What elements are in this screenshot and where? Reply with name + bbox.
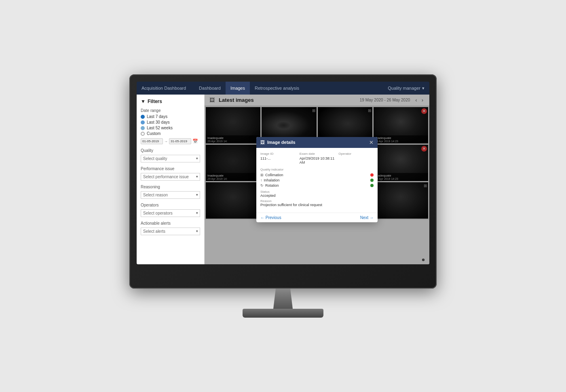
date-range-inputs: 01-05-2019 → 31-05-2019 📅 xyxy=(141,138,200,144)
reasoning-label: Reasoning xyxy=(141,185,200,189)
date-to-input[interactable]: 31-05-2019 xyxy=(169,138,191,144)
modal-close-button[interactable]: ✕ xyxy=(369,139,374,145)
date-from-input[interactable]: 01-05-2019 xyxy=(141,138,163,144)
performance-issue-select[interactable]: Select performance issue xyxy=(141,173,200,181)
nav-retrospective[interactable]: Retrospective analysis xyxy=(250,82,304,95)
quality-select[interactable]: Select quality xyxy=(141,155,200,162)
top-navigation: Dashboard Images Retrospective analysis xyxy=(194,82,388,95)
filter-icon: ▼ xyxy=(141,99,146,104)
modal-overlay: 🖼 Image details ✕ Image ID 111-... xyxy=(205,95,429,264)
user-menu[interactable]: Quality manager ▾ xyxy=(388,86,424,91)
radio-label-custom: Custom xyxy=(147,131,161,136)
radio-dot-52weeks xyxy=(141,126,145,130)
radio-label-7days: Last 7 days xyxy=(147,114,167,119)
stand-base xyxy=(243,309,323,318)
modal-image-id-label: Image ID xyxy=(260,152,296,156)
modal-exam-date-value: Apr/29/2019 10:38:11 AM xyxy=(300,156,335,164)
performance-issue-label: Performance issue xyxy=(141,166,200,171)
radio-label-30days: Last 30 days xyxy=(147,120,170,124)
modal-row-ids: Image ID 111-... Exam date Apr/29/2019 1… xyxy=(260,152,374,164)
operators-section: Operators Select operators ▾ xyxy=(141,203,200,217)
quality-select-wrapper: Select quality ▾ xyxy=(141,154,200,162)
status-section: Status Accepted Reason Projection suffic… xyxy=(260,190,374,207)
image-details-modal: 🖼 Image details ✕ Image ID 111-... xyxy=(256,137,378,222)
reason-value: Projection sufficient for clinical reque… xyxy=(260,203,374,207)
qi-icon-rotation: ↻ xyxy=(260,183,264,188)
modal-header: 🖼 Image details ✕ xyxy=(256,137,378,148)
modal-image-icon: 🖼 xyxy=(260,140,265,145)
topbar: Acquisition Dashboard Dashboard Images R… xyxy=(137,82,429,95)
radio-last52weeks[interactable]: Last 52 weeks xyxy=(141,126,200,130)
status-value: Accepted xyxy=(260,194,374,198)
alerts-select-wrapper: Select alerts ▾ xyxy=(141,227,200,235)
radio-label-52weeks: Last 52 weeks xyxy=(147,126,173,130)
modal-operator-label: Operator xyxy=(338,152,374,156)
content-area: 🖼 Latest images 19 May 2020 - 26 May 202… xyxy=(205,95,429,264)
performance-select-wrapper: Select performance issue ▾ xyxy=(141,173,200,181)
qi-icon-collimation: ⊞ xyxy=(260,173,264,177)
radio-dot-7days xyxy=(141,115,145,119)
qi-label-inhalation: ↑ Inhalation xyxy=(260,178,280,182)
qi-label-rotation: ↻ Rotation xyxy=(260,183,279,188)
qi-section-label: Quality indicator xyxy=(260,168,374,171)
date-range-options: Last 7 days Last 30 days Last 52 weeks xyxy=(141,114,200,136)
alerts-label: Actionable alerts xyxy=(141,221,200,226)
performance-issue-section: Performance issue Select performance iss… xyxy=(141,166,200,181)
filters-header: ▼ Filters xyxy=(141,99,200,104)
qi-row-rotation: ↻ Rotation xyxy=(260,183,374,188)
modal-footer: ← Previous Next → xyxy=(256,213,378,222)
reasoning-select[interactable]: Select reason xyxy=(141,191,200,199)
modal-next-button[interactable]: Next → xyxy=(360,215,374,220)
stand-neck xyxy=(271,289,295,309)
modal-operator-field: Operator xyxy=(338,152,374,164)
modal-title: Image details xyxy=(267,140,367,145)
operators-select[interactable]: Select operators xyxy=(141,209,200,217)
date-range-arrow: → xyxy=(164,139,168,143)
radio-custom[interactable]: Custom xyxy=(141,131,200,136)
radio-dot-custom xyxy=(141,132,145,136)
radio-last7days[interactable]: Last 7 days xyxy=(141,114,200,119)
qi-row-inhalation: ↑ Inhalation xyxy=(260,178,374,182)
user-menu-chevron: ▾ xyxy=(422,86,424,91)
qi-label-collimation: ⊞ Collimation xyxy=(260,173,283,177)
radio-dot-30days xyxy=(141,120,145,124)
date-range-label: Date range xyxy=(141,108,200,113)
modal-exam-date-label: Exam date xyxy=(300,152,335,156)
quality-section: Quality Select quality ▾ xyxy=(141,148,200,162)
calendar-icon[interactable]: 📅 xyxy=(192,139,198,144)
qi-status-collimation xyxy=(370,173,374,177)
main-area: ▼ Filters Date range Last 7 days xyxy=(137,95,429,264)
qi-row-collimation: ⊞ Collimation xyxy=(260,173,374,177)
alerts-select[interactable]: Select alerts xyxy=(141,228,200,235)
nav-images[interactable]: Images xyxy=(226,82,250,95)
qi-icon-inhalation: ↑ xyxy=(260,178,262,182)
operators-label: Operators xyxy=(141,203,200,207)
modal-prev-button[interactable]: ← Previous xyxy=(260,215,281,220)
radio-last30days[interactable]: Last 30 days xyxy=(141,120,200,124)
sidebar: ▼ Filters Date range Last 7 days xyxy=(137,95,205,264)
monitor-stand xyxy=(129,289,437,318)
alerts-section: Actionable alerts Select alerts ▾ xyxy=(141,221,200,235)
user-menu-label: Quality manager xyxy=(388,86,420,91)
modal-body: Image ID 111-... Exam date Apr/29/2019 1… xyxy=(256,148,378,213)
qi-text-collimation: Collimation xyxy=(265,173,283,177)
modal-image-id-field: Image ID 111-... xyxy=(260,152,296,164)
reasoning-select-wrapper: Select reason ▾ xyxy=(141,191,200,199)
reason-label: Reason xyxy=(260,199,374,203)
operators-select-wrapper: Select operators ▾ xyxy=(141,209,200,217)
qi-text-rotation: Rotation xyxy=(265,183,279,188)
status-label: Status xyxy=(260,190,374,194)
app-title: Acquisition Dashboard xyxy=(142,86,186,91)
date-range-section: Date range Last 7 days Last 30 days xyxy=(141,108,200,144)
modal-exam-date-field: Exam date Apr/29/2019 10:38:11 AM xyxy=(300,152,335,164)
qi-status-rotation xyxy=(370,184,374,187)
reasoning-section: Reasoning Select reason ▾ xyxy=(141,185,200,199)
quality-label: Quality xyxy=(141,148,200,153)
qi-status-inhalation xyxy=(370,179,374,182)
filters-title: Filters xyxy=(148,99,162,104)
modal-image-id-value: 111-... xyxy=(260,156,296,160)
nav-dashboard[interactable]: Dashboard xyxy=(194,82,226,95)
qi-text-inhalation: Inhalation xyxy=(264,178,280,182)
